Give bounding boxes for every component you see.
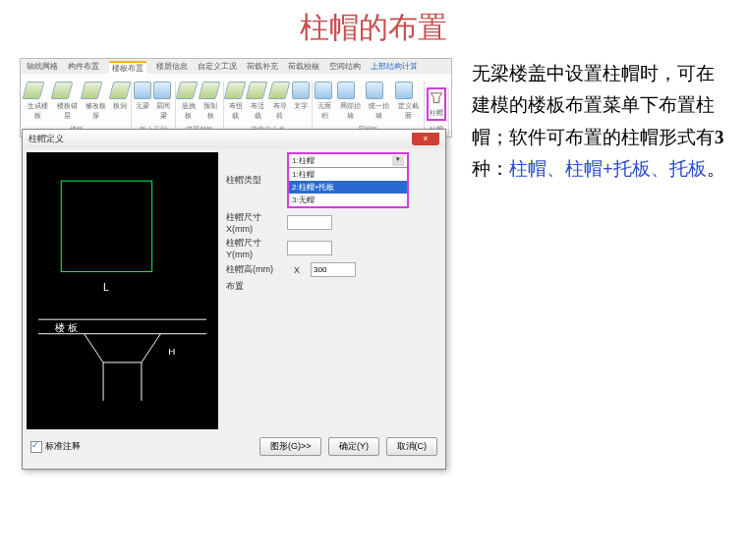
- tab-member[interactable]: 构件布置: [68, 61, 99, 74]
- btn-unify-wall[interactable]: 统一抬墙: [366, 82, 392, 121]
- graph-button[interactable]: 图形(G)>>: [259, 437, 322, 456]
- btn-local-wall[interactable]: 局部抬墙: [337, 82, 364, 121]
- ribbon-group-slab: 生成楼板 楼板错层 修改板厚 板洞 楼板: [23, 82, 132, 135]
- ribbon-group-hole: 无梁 层间梁 板上开洞: [132, 82, 176, 135]
- label-place: 布置: [226, 280, 283, 293]
- dropdown-item-1[interactable]: 1:柱帽: [289, 168, 407, 181]
- btn-slab-hole[interactable]: 板洞: [111, 82, 129, 121]
- preview-label-floor: 楼 板: [55, 322, 78, 333]
- btn-text[interactable]: 文字: [292, 82, 310, 121]
- close-button[interactable]: ×: [412, 133, 439, 145]
- ribbon-group-incline: 悬挑板 预制板 错层斜板: [176, 82, 223, 135]
- checkbox-label: 标准注释: [45, 441, 81, 451]
- dropdown-item-2[interactable]: 2:柱帽+托板: [289, 181, 407, 194]
- input-y[interactable]: [287, 241, 332, 255]
- tab-slab[interactable]: 楼板布置: [109, 61, 146, 74]
- ok-button[interactable]: 确定(Y): [328, 437, 379, 456]
- content-row: 轴线网格 构件布置 楼板布置 楼层信息 自定义工况 荷载补充 荷载校核 空间结构…: [0, 58, 747, 185]
- description-text: 无梁楼盖中设置柱帽时，可在建模的楼板布置菜单下布置柱帽；软件可布置的柱帽形式有3…: [452, 58, 727, 185]
- label-x: 柱帽尺寸X(mm): [226, 211, 283, 234]
- label-h: 柱帽高(mm): [226, 263, 283, 276]
- cap-type-dropdown[interactable]: 1:柱帽 ▾ 1:柱帽 2:柱帽+托板 3:无帽: [287, 152, 409, 208]
- dialog-title-text: 柱帽定义: [29, 133, 64, 145]
- input-h[interactable]: [311, 262, 356, 277]
- column-cap-icon: [430, 90, 443, 104]
- chevron-down-icon[interactable]: ▾: [392, 155, 404, 166]
- tab-space[interactable]: 空间结构: [329, 61, 361, 74]
- btn-precast[interactable]: 预制板: [201, 82, 221, 121]
- cap-definition-dialog: 柱帽定义 × L 楼 板 H: [22, 129, 446, 470]
- parameter-panel: 柱帽类型 1:柱帽 ▾ 1:柱帽 2:柱帽+托板 3:无帽: [222, 148, 445, 433]
- preview-canvas: L 楼 板 H: [27, 152, 218, 429]
- svg-rect-0: [61, 181, 151, 271]
- btn-slab-offset[interactable]: 楼板错层: [53, 82, 80, 121]
- cancel-button[interactable]: 取消(C): [386, 437, 438, 456]
- btn-gen-slab[interactable]: 生成楼板: [25, 82, 51, 121]
- label-cap-type: 柱帽类型: [226, 174, 283, 187]
- btn-interbeam[interactable]: 层间梁: [153, 82, 173, 121]
- btn-column-cap[interactable]: 柱帽: [430, 90, 443, 118]
- btn-section[interactable]: 定义截面: [395, 82, 422, 121]
- checkbox-icon: [30, 441, 42, 453]
- dialog-titlebar[interactable]: 柱帽定义 ×: [23, 130, 445, 148]
- btn-noarea[interactable]: 无面积: [315, 82, 335, 121]
- tab-calc[interactable]: 上部结构计算: [371, 61, 418, 74]
- dropdown-item-3[interactable]: 3:无帽: [289, 194, 407, 206]
- dialog-footer: 标准注释 图形(G)>> 确定(Y) 取消(C): [23, 433, 445, 460]
- dropdown-selected-text: 1:柱帽: [292, 155, 315, 166]
- tab-load-extra[interactable]: 荷载补充: [247, 61, 278, 74]
- ribbon-tabs: 轴线网格 构件布置 楼板布置 楼层信息 自定义工况 荷载补充 荷载校核 空间结构…: [21, 59, 451, 74]
- tab-custom[interactable]: 自定义工况: [198, 61, 237, 74]
- input-x[interactable]: [287, 215, 332, 230]
- btn-noslab[interactable]: 无梁: [134, 82, 151, 121]
- preview-label-L: L: [103, 281, 109, 293]
- btn-dead[interactable]: 布恒载: [226, 82, 246, 121]
- label-y: 柱帽尺寸Y(mm): [226, 237, 283, 259]
- btn-guide[interactable]: 布导荷: [270, 82, 290, 121]
- ribbon-group-load: 布恒载 布活载 布导荷 文字 荷载中心点: [224, 82, 313, 135]
- ribbon-group-inter: 无面积 局部抬墙 统一抬墙 定义截面 层间板: [313, 82, 425, 135]
- tab-load-check[interactable]: 荷载校核: [288, 61, 319, 74]
- dropdown-list: 1:柱帽 2:柱帽+托板 3:无帽: [289, 168, 407, 206]
- btn-cantilever[interactable]: 悬挑板: [178, 82, 199, 121]
- tab-axis[interactable]: 轴线网格: [27, 61, 58, 74]
- slide-title: 柱帽的布置: [0, 0, 747, 58]
- btn-slab-thick[interactable]: 修改板厚: [83, 82, 109, 121]
- tab-storey[interactable]: 楼层信息: [156, 61, 188, 74]
- preview-label-H: H: [168, 346, 175, 357]
- btn-live[interactable]: 布活载: [248, 82, 267, 121]
- screenshot-area: 轴线网格 构件布置 楼板布置 楼层信息 自定义工况 荷载补充 荷载校核 空间结构…: [20, 58, 452, 185]
- highlight-cap-button: 柱帽: [427, 87, 446, 121]
- ribbon: 轴线网格 构件布置 楼板布置 楼层信息 自定义工况 荷载补充 荷载校核 空间结构…: [20, 58, 452, 138]
- checkbox-annotation[interactable]: 标准注释: [30, 440, 81, 453]
- ribbon-group-cap: 柱帽 柱帽: [425, 87, 449, 135]
